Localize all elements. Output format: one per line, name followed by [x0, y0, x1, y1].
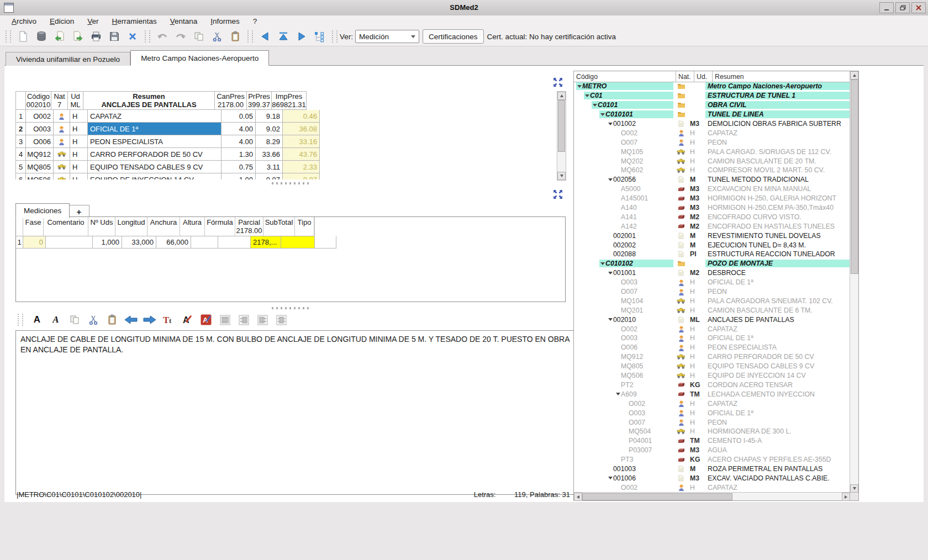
tree-row[interactable]: A145001M3HORMIGON H-250, GALERIA HORIZON…: [574, 194, 850, 203]
tree-row[interactable]: MQ912HCARRO PERFORADOR DE 50 CV: [574, 352, 850, 362]
tree-row[interactable]: O003HOFICIAL DE 1ª: [574, 278, 850, 287]
collapse-arrow-icon[interactable]: [592, 104, 598, 107]
tree-row[interactable]: MQ105HPALA CARGAD. S/ORUGAS DE 112 CV.: [574, 147, 850, 156]
cut-icon[interactable]: [86, 313, 101, 327]
nav-next-button[interactable]: [294, 29, 309, 44]
cell-resumen[interactable]: EQUIPO TENSADO CABLES 9 CV: [88, 161, 222, 173]
tree-row[interactable]: A142M2ENCOFRADO EN HASTIALES TUNELES: [574, 221, 850, 231]
scrollbar-thumb[interactable]: [558, 100, 565, 152]
collapse-arrow-icon[interactable]: [615, 393, 621, 395]
collapse-arrow-icon[interactable]: [584, 94, 590, 97]
font-icon[interactable]: Tt: [161, 313, 176, 327]
tree-row[interactable]: O007HPEON: [574, 138, 850, 147]
tree-row[interactable]: 001002M3DEMOLICION OBRAS FABRICA SUBTERR: [574, 119, 850, 129]
ver-select[interactable]: Medición: [355, 30, 419, 43]
menu-item-informes[interactable]: Informes: [204, 17, 246, 26]
align-center-icon[interactable]: [274, 313, 288, 327]
tree-row[interactable]: 002010MLANCLAJES DE PANTALLAS: [574, 315, 850, 324]
tree-row[interactable]: O006HPEON ESPECIALISTA: [574, 343, 850, 352]
cell-resumen[interactable]: CARRO PERFORADOR DE 50 CV: [88, 148, 222, 161]
tree-row[interactable]: 002001MREVESTIMIENTO TUNEL DOVELAS: [574, 231, 850, 240]
tree-row[interactable]: MQ201HCAMION BASCULANTE DE 6 TM.: [574, 305, 850, 315]
italic-icon[interactable]: A: [49, 313, 63, 327]
tree-row[interactable]: P04001TMCEMENTO I-45-A: [574, 436, 850, 446]
cell-parcial[interactable]: 2178,...: [251, 236, 281, 249]
cell-altura[interactable]: [191, 236, 218, 249]
menu-item-help[interactable]: ?: [247, 17, 263, 26]
tree-row[interactable]: O002HCAPATAZ: [574, 399, 850, 408]
copy-icon[interactable]: [67, 313, 82, 327]
tree-row[interactable]: MQ504HHORMIGONERA DE 300 L.: [574, 427, 850, 436]
scroll-left-icon[interactable]: [574, 493, 582, 501]
budget-row[interactable]: 6MQ506HEQUIPO DE INYECCION 14 CV1.000.07…: [15, 173, 557, 179]
collapse-arrow-icon[interactable]: [576, 85, 582, 88]
align-right-icon[interactable]: [236, 313, 251, 327]
tree-row[interactable]: O007HPEON: [574, 287, 850, 297]
align-justify-icon[interactable]: [218, 313, 232, 327]
description-editor[interactable]: ANCLAJE DE CABLE DE LONGITUD MINIMA DE 1…: [15, 330, 580, 495]
collapse-arrow-icon[interactable]: [607, 123, 613, 125]
tree-row[interactable]: METROMetro Campo Naciones-Aeropuerto: [574, 82, 850, 91]
maximize-button[interactable]: [895, 2, 910, 13]
scrollbar-thumb[interactable]: [851, 80, 858, 274]
tree-row[interactable]: 001006M3EXCAV. VACIADO PANTALLAS C.ABIE.: [574, 473, 850, 483]
budget-row[interactable]: 3O006HPEON ESPECIALISTA4.008.2933.16: [15, 135, 557, 148]
tree-row[interactable]: O002HCAPATAZ: [574, 128, 850, 138]
tree-row[interactable]: C0101OBRA CIVIL: [574, 101, 850, 110]
minimize-button[interactable]: [879, 2, 894, 13]
tree-view-button[interactable]: [313, 29, 327, 44]
budget-row[interactable]: 4MQ912HCARRO PERFORADOR DE 50 CV1.3033.6…: [15, 148, 557, 161]
cell-resumen[interactable]: EQUIPO DE INYECCION 14 CV: [88, 173, 222, 179]
cell-fase[interactable]: 0: [23, 236, 46, 249]
font-highlight-icon[interactable]: A: [199, 313, 213, 327]
cut-button[interactable]: [210, 29, 224, 44]
tree-row[interactable]: 002056MTUNEL METODO TRADICIONAL: [574, 175, 850, 184]
add-medicion-tab-button[interactable]: +: [68, 205, 89, 218]
tab-metro-campo-naciones[interactable]: Metro Campo Naciones-Aeropuerto: [130, 50, 269, 66]
tab-mediciones[interactable]: Mediciones: [15, 203, 70, 218]
font-color-icon[interactable]: A: [180, 313, 194, 327]
tree-row[interactable]: A609TMLECHADA CEMENTO INYECCION: [574, 389, 850, 399]
tree-row[interactable]: PT3KGACERO CHAPAS Y PERFILES AE-355D: [574, 455, 850, 464]
tree-row[interactable]: C010102POZO DE MONTAJE: [574, 259, 850, 268]
paste-icon[interactable]: [105, 313, 119, 327]
cell-formula[interactable]: [218, 236, 251, 249]
tree-row[interactable]: C01ESTRUCTURA DE TUNEL 1: [574, 91, 850, 101]
tree-row[interactable]: 002088PIESTRUCTURA REACCION TUNELADOR: [574, 250, 850, 259]
menu-item-herramientas[interactable]: Herramientas: [106, 17, 163, 26]
cell-anchura[interactable]: 66,000: [156, 236, 191, 249]
cell-resumen[interactable]: CAPATAZ: [88, 110, 222, 123]
nav-top-button[interactable]: [276, 29, 291, 44]
tree-row[interactable]: O003HOFICIAL DE 1ª: [574, 408, 850, 418]
paste-button[interactable]: [228, 29, 242, 44]
align-left-icon[interactable]: [255, 313, 270, 327]
tree-row[interactable]: MQ805HEQUIPO TENSADO CABLES 9 CV: [574, 362, 850, 371]
tree-row[interactable]: 001001M2DESBROCE: [574, 268, 850, 278]
copy-button[interactable]: [192, 29, 206, 44]
scroll-up-icon[interactable]: [557, 92, 566, 100]
expand-mediciones-button[interactable]: [552, 189, 563, 200]
tree-row[interactable]: A141M2ENCOFRADO CURVO VISTO.: [574, 212, 850, 221]
tree-row[interactable]: O002HCAPATAZ: [574, 324, 850, 334]
cell-tipo[interactable]: [315, 236, 336, 249]
export-button[interactable]: [71, 29, 85, 44]
arrow-left-icon[interactable]: [124, 313, 138, 327]
cell-longitud[interactable]: 33,000: [122, 236, 156, 249]
database-button[interactable]: [34, 29, 49, 44]
scroll-down-icon[interactable]: [850, 484, 858, 493]
close-button[interactable]: [911, 2, 926, 13]
nav-previous-button[interactable]: [258, 29, 272, 44]
collapse-arrow-icon[interactable]: [607, 318, 613, 321]
tree-row[interactable]: O007HPEON: [574, 418, 850, 427]
menu-item-archivo[interactable]: Archivo: [6, 17, 43, 26]
scroll-up-icon[interactable]: [850, 71, 858, 80]
tree-row[interactable]: A5000M3EXCAVACION EN MINA MANUAL: [574, 184, 850, 194]
save-button[interactable]: [107, 29, 122, 44]
import-button[interactable]: [52, 29, 67, 44]
arrow-right-icon[interactable]: [143, 313, 157, 327]
tree-row[interactable]: O003HOFICIAL DE 1ª: [574, 334, 850, 343]
tree-row[interactable]: O002HCAPATAZ: [574, 483, 850, 492]
tree-horizontal-scrollbar[interactable]: [574, 492, 850, 500]
cell-resumen[interactable]: OFICIAL DE 1ª: [88, 123, 222, 135]
cell-uds[interactable]: 1,000: [93, 236, 122, 249]
